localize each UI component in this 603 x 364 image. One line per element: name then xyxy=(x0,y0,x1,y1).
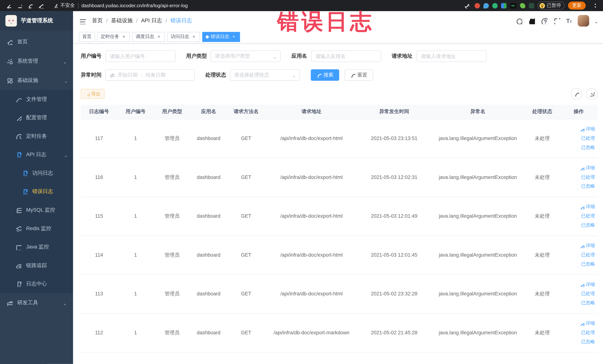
hamburger-icon[interactable] xyxy=(79,17,86,24)
cell-log-id: 115 xyxy=(81,197,117,235)
browser-forward-button[interactable] xyxy=(15,1,24,10)
close-icon[interactable]: × xyxy=(191,34,197,39)
app-logo[interactable]: 芋道管理系统 xyxy=(0,11,73,30)
cell-request-url: /api/infra/db-doc/export-html xyxy=(266,119,358,158)
sidebar-item-trace[interactable]: 链路追踪 xyxy=(0,256,73,275)
sidebar-item-infrastructure[interactable]: 基础设施 xyxy=(0,71,73,90)
detail-link[interactable]: 详细 xyxy=(580,165,595,171)
detail-link[interactable]: 详细 xyxy=(580,242,595,249)
toolbox-icon xyxy=(7,300,13,306)
ignored-link[interactable]: 已忽略 xyxy=(575,144,595,151)
tag-error-log[interactable]: 错误日志 × xyxy=(202,32,240,42)
user-type-select[interactable]: 请选择用户类型 xyxy=(211,50,281,62)
tag-home[interactable]: 首页 xyxy=(79,32,95,42)
close-icon[interactable]: × xyxy=(231,34,237,39)
search-icon[interactable] xyxy=(515,17,522,24)
app-name-input[interactable] xyxy=(311,50,381,62)
breadcrumb-home[interactable]: 首页 xyxy=(92,17,103,24)
ignored-link[interactable]: 已忽略 xyxy=(575,183,595,190)
cell-actions: 详细 已处理 已忽略 xyxy=(560,119,598,158)
cell-actions: 详细 已处理 已忽略 xyxy=(560,235,598,274)
help-icon[interactable] xyxy=(541,17,548,24)
ignored-link[interactable]: 已忽略 xyxy=(575,300,595,306)
refresh-table-button[interactable] xyxy=(571,88,582,100)
github-icon[interactable] xyxy=(528,17,535,24)
sidebar-item-redis-monitor[interactable]: Redis 监控 xyxy=(0,219,73,238)
browser-reload-button[interactable] xyxy=(25,1,35,10)
sidebar-item-api-log[interactable]: API 日志 xyxy=(0,145,73,164)
cell-exception-time: 2021-05-02 21:45:28 xyxy=(358,313,431,352)
fullscreen-icon[interactable] xyxy=(554,17,560,24)
extension-icon-1[interactable] xyxy=(474,3,480,8)
avatar[interactable] xyxy=(578,15,589,26)
search-button[interactable]: 搜索 xyxy=(311,69,339,81)
ignored-link[interactable]: 已忽略 xyxy=(575,222,595,228)
sidebar-item-system-management[interactable]: 系统管理 xyxy=(0,52,73,71)
extension-icon-4[interactable] xyxy=(501,3,506,8)
user-id-input[interactable] xyxy=(105,50,175,62)
bookmark-star-icon[interactable] xyxy=(462,1,471,10)
check-icon xyxy=(575,145,580,150)
tag-schedule-log[interactable]: 调度日志 × xyxy=(132,32,165,42)
sidebar-item-file-management[interactable]: 文件管理 xyxy=(0,90,73,108)
cell-user-id: 1 xyxy=(117,158,154,197)
processed-link[interactable]: 已处理 xyxy=(575,329,595,336)
processed-link[interactable]: 已处理 xyxy=(575,252,595,258)
cell-exception-time: 2021-05-03 12:02:31 xyxy=(358,158,431,197)
extension-tree-icon[interactable] xyxy=(529,3,534,8)
cell-actions: 详细 已处理 已忽略 xyxy=(560,197,598,235)
sidebar-item-scheduled-jobs[interactable]: 定时任务 xyxy=(0,127,73,146)
sidebar-item-java-monitor[interactable]: Java 监控 xyxy=(0,238,73,256)
sidebar-item-home[interactable]: 首页 xyxy=(0,32,73,52)
detail-link[interactable]: 详细 xyxy=(580,204,595,210)
sidebar-item-log-center[interactable]: 日志中心 xyxy=(0,275,73,293)
sidebar-item-access-log[interactable]: 访问日志 xyxy=(0,164,73,182)
browser-menu-icon[interactable] xyxy=(589,2,598,9)
sidebar-item-dev-tools[interactable]: 研发工具 xyxy=(0,293,73,312)
detail-link[interactable]: 详细 xyxy=(580,320,595,327)
request-url-input[interactable] xyxy=(416,50,487,62)
chevron-down-icon xyxy=(62,59,67,63)
document-icon xyxy=(15,281,22,287)
view-icon xyxy=(580,127,585,131)
breadcrumb-infrastructure[interactable]: 基础设施 xyxy=(111,17,133,24)
cell-exception-name: java.lang.IllegalArgumentException xyxy=(431,274,525,313)
processed-link[interactable]: 已处理 xyxy=(575,290,595,297)
address-bar[interactable]: 不安全 dashboard.yudao.iocoder.cn/infra/log… xyxy=(47,2,460,9)
export-button[interactable]: 导出 xyxy=(81,89,105,99)
app-title: 芋道管理系统 xyxy=(21,17,53,24)
font-size-icon[interactable]: TT xyxy=(566,18,572,23)
browser-back-button[interactable] xyxy=(4,1,13,10)
paused-chip[interactable]: 已暂停 xyxy=(537,1,564,10)
exception-time-range-picker[interactable]: 开始日期 - 结束日期 xyxy=(105,69,195,81)
cell-log-id: 116 xyxy=(81,158,117,197)
extension-leaf-icon[interactable] xyxy=(520,3,525,8)
tag-scheduled-jobs[interactable]: 定时任务 × xyxy=(97,32,130,42)
sidebar-item-config-management[interactable]: 配置管理 xyxy=(0,108,73,127)
extension-icon-3[interactable] xyxy=(492,3,498,8)
processed-link[interactable]: 已处理 xyxy=(575,213,595,219)
breadcrumb-api-log[interactable]: API 日志 xyxy=(141,17,162,24)
browser-update-button[interactable]: 更新 xyxy=(568,1,586,10)
close-icon[interactable]: × xyxy=(156,34,162,39)
close-icon[interactable]: × xyxy=(121,34,127,39)
ignored-link[interactable]: 已忽略 xyxy=(575,339,595,345)
view-icon xyxy=(580,321,585,326)
sidebar-item-error-log[interactable]: 错误日志 xyxy=(0,182,73,201)
processed-link[interactable]: 已处理 xyxy=(575,135,595,141)
reset-button[interactable]: 重置 xyxy=(345,69,373,81)
sidebar-item-mysql-monitor[interactable]: MySQL 监控 xyxy=(0,201,73,219)
app-name-label: 应用名 xyxy=(291,53,307,59)
ignored-link[interactable]: 已忽略 xyxy=(575,261,595,267)
avatar-caret-icon[interactable] xyxy=(593,19,597,23)
extension-icon-2[interactable] xyxy=(483,3,489,8)
table-row: 115 1 管理员 dashboard GET /api/infra/db-do… xyxy=(81,197,598,235)
detail-link[interactable]: 详细 xyxy=(580,281,595,288)
process-status-select[interactable]: 请选择处理状态 xyxy=(230,69,300,81)
column-settings-button[interactable] xyxy=(586,88,598,100)
processed-link[interactable]: 已处理 xyxy=(575,174,595,180)
detail-link[interactable]: 详细 xyxy=(580,126,595,132)
extension-on-icon[interactable]: on xyxy=(510,3,516,8)
browser-home-button[interactable] xyxy=(36,1,46,10)
tag-access-log[interactable]: 访问日志 × xyxy=(167,32,200,42)
